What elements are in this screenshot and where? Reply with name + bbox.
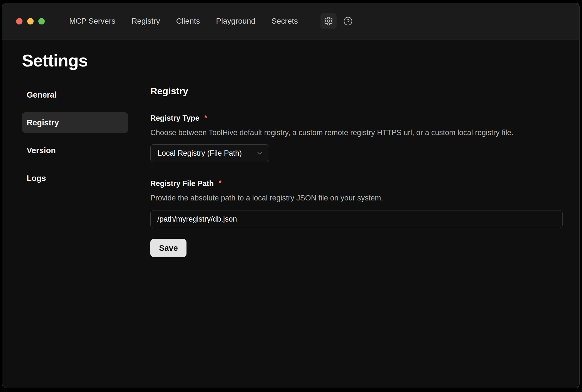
- gear-icon: [324, 16, 333, 26]
- traffic-lights: [16, 18, 45, 24]
- save-button[interactable]: Save: [150, 239, 186, 257]
- sidebar-item-version[interactable]: Version: [22, 140, 128, 161]
- chevron-down-icon: [250, 150, 263, 157]
- nav-item-mcp-servers[interactable]: MCP Servers: [68, 14, 116, 28]
- minimize-window-button[interactable]: [27, 18, 34, 24]
- help-circle-icon: [343, 16, 353, 26]
- settings-sidebar: General Registry Version Logs: [22, 85, 128, 257]
- app-window: MCP Servers Registry Clients Playground …: [2, 3, 579, 388]
- close-window-button[interactable]: [16, 18, 23, 24]
- registry-file-path-label: Registry File Path*: [150, 179, 563, 188]
- registry-type-select[interactable]: Local Registry (File Path): [150, 144, 269, 162]
- nav-item-registry[interactable]: Registry: [130, 14, 161, 28]
- titlebar: MCP Servers Registry Clients Playground …: [2, 3, 579, 39]
- nav-item-clients[interactable]: Clients: [175, 14, 201, 28]
- required-asterisk: *: [219, 179, 222, 187]
- sidebar-item-registry[interactable]: Registry: [22, 112, 128, 133]
- sidebar-item-general[interactable]: General: [22, 85, 128, 105]
- settings-button[interactable]: [320, 13, 337, 29]
- registry-file-path-description: Provide the absolute path to a local reg…: [150, 193, 563, 203]
- sidebar-item-logs[interactable]: Logs: [22, 168, 128, 188]
- registry-file-path-input[interactable]: [150, 210, 563, 228]
- registry-type-selected-value: Local Registry (File Path): [158, 149, 242, 158]
- registry-type-label: Registry Type*: [150, 113, 563, 123]
- nav-item-secrets[interactable]: Secrets: [270, 14, 299, 28]
- nav-divider: [315, 11, 315, 31]
- help-button[interactable]: [340, 13, 356, 29]
- registry-file-path-label-text: Registry File Path: [150, 179, 214, 188]
- registry-type-label-text: Registry Type: [150, 114, 200, 122]
- nav-item-playground[interactable]: Playground: [215, 14, 257, 28]
- required-asterisk: *: [205, 114, 207, 121]
- maximize-window-button[interactable]: [38, 18, 45, 24]
- main-nav: MCP Servers Registry Clients Playground …: [68, 14, 299, 28]
- page-title: Settings: [22, 51, 579, 71]
- registry-settings-panel: Registry Registry Type* Choose between T…: [150, 85, 579, 257]
- registry-type-description: Choose between ToolHive default registry…: [150, 128, 563, 137]
- section-heading: Registry: [150, 85, 563, 97]
